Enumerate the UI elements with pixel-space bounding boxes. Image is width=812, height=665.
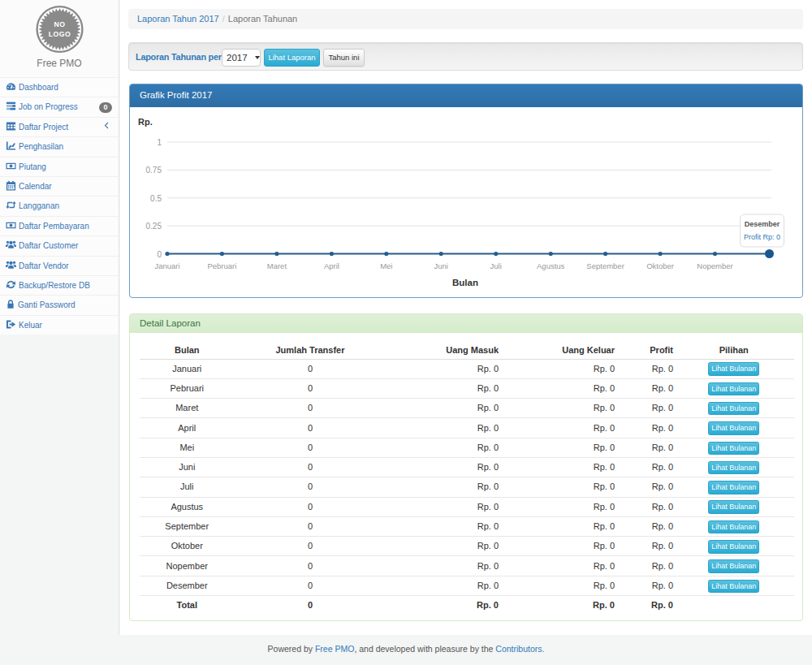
svg-text:LOGO: LOGO [49,30,71,38]
svg-text:April: April [324,261,339,270]
svg-text:Oktober: Oktober [646,261,674,270]
svg-text:Januari: Januari [154,261,179,270]
svg-text:Agustus: Agustus [537,261,565,270]
svg-text:September: September [586,261,624,270]
svg-text:Nopember: Nopember [697,261,732,270]
svg-text:Mei: Mei [380,261,392,270]
svg-text:Pebruari: Pebruari [207,261,236,270]
svg-text:Rp.: Rp. [138,117,153,127]
svg-text:Juni: Juni [434,261,447,270]
svg-text:0: 0 [157,250,162,259]
svg-text:Bulan: Bulan [452,278,478,287]
svg-text:Juli: Juli [490,261,502,270]
svg-text:0.5: 0.5 [150,194,162,203]
svg-text:Maret: Maret [267,261,287,270]
svg-text:NO: NO [54,20,65,28]
svg-text:0.75: 0.75 [146,166,162,175]
svg-text:Desember: Desember [745,220,780,228]
svg-text:0.25: 0.25 [146,222,162,231]
svg-text:1: 1 [157,138,162,147]
svg-text:Profit Rp: 0: Profit Rp: 0 [744,233,780,241]
